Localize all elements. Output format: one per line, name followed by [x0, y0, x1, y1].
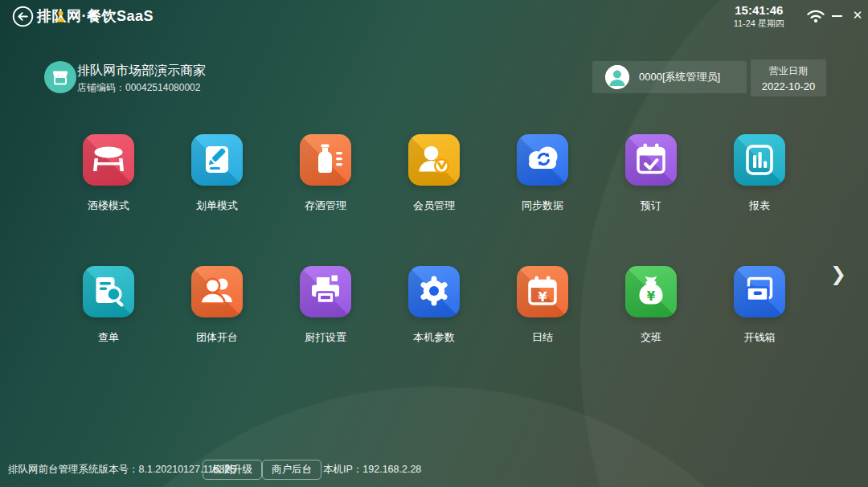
tile-label: 预订 — [641, 198, 661, 213]
business-date-badge: 营业日期 2022-10-20 — [751, 59, 826, 96]
tile-label: 交班 — [641, 330, 661, 345]
app-grid-row-2: 查单团体开台厨打设置本机参数¥日结¥交班开钱箱 — [56, 266, 812, 345]
tile-kitchen-print-settings[interactable]: 厨打设置 — [273, 266, 378, 345]
store-code: 店铺编码：00042514080002 — [77, 81, 200, 95]
operator-badge[interactable]: 0000[系统管理员] — [592, 61, 747, 93]
tile-group-open-table[interactable]: 团体开台 — [165, 266, 269, 345]
user-icon — [605, 65, 629, 89]
group-icon — [191, 266, 243, 317]
app-grid-row-1: 酒楼模式划单模式存酒管理会员管理同步数据预订报表 — [56, 134, 812, 213]
clock-date: 11-24 星期四 — [734, 18, 784, 29]
merchant-backend-button[interactable]: 商户后台 — [262, 460, 321, 480]
tile-member-management[interactable]: 会员管理 — [382, 134, 486, 213]
back-arrow-icon — [12, 6, 34, 27]
store-code-label: 店铺编码： — [77, 82, 125, 93]
bar-chart-icon — [734, 134, 785, 186]
operator-name: 0000[系统管理员] — [639, 70, 720, 84]
table-icon — [83, 134, 134, 186]
wifi-icon — [806, 8, 825, 24]
svg-text:¥: ¥ — [538, 289, 547, 305]
tile-order-mode[interactable]: 划单模式 — [165, 134, 269, 213]
titlebar: 排队网·餐饮SaaS 15:41:46 11-24 星期四 ✕ — [0, 0, 868, 32]
tile-reservation[interactable]: 预订 — [599, 134, 703, 213]
close-button[interactable]: ✕ — [850, 7, 865, 23]
tile-open-cash-drawer[interactable]: 开钱箱 — [707, 266, 812, 345]
tile-label: 会员管理 — [413, 198, 455, 213]
search-doc-icon — [83, 266, 134, 317]
gear-icon — [408, 266, 460, 317]
storefront-icon — [44, 61, 76, 93]
business-date-label: 营业日期 — [769, 64, 808, 78]
back-button[interactable] — [12, 6, 34, 27]
calendar-check-icon — [625, 134, 677, 186]
tile-label: 日结 — [532, 330, 553, 345]
check-upgrade-button[interactable]: 检测升级 — [203, 460, 262, 480]
clock-time: 15:41:46 — [735, 2, 783, 18]
merchant-name: 排队网市场部演示商家 — [77, 63, 206, 80]
cloud-sync-icon — [517, 134, 568, 186]
svg-text:¥: ¥ — [647, 289, 656, 304]
tile-label: 开钱箱 — [744, 330, 776, 345]
store-code-value: 00042514080002 — [125, 82, 200, 93]
tile-label: 存酒管理 — [305, 198, 346, 213]
merchant-avatar — [44, 61, 76, 93]
wine-bottle-icon — [300, 134, 351, 186]
next-page-arrow[interactable]: ❯ — [830, 263, 846, 285]
tile-label: 厨打设置 — [305, 330, 346, 345]
tile-shift-change[interactable]: ¥交班 — [599, 266, 703, 345]
minimize-icon — [832, 15, 842, 17]
tile-label: 报表 — [749, 198, 770, 213]
tile-label: 查单 — [98, 330, 119, 345]
tile-daily-settlement[interactable]: ¥日结 — [490, 266, 595, 345]
tile-label: 团体开台 — [196, 330, 238, 345]
tile-label: 划单模式 — [196, 198, 238, 213]
clock: 15:41:46 11-24 星期四 — [734, 2, 784, 29]
local-ip-label: 本机IP： — [323, 464, 362, 475]
minimize-button[interactable] — [832, 9, 845, 22]
printer-icon — [300, 266, 351, 317]
local-ip-value: 192.168.2.28 — [362, 464, 421, 475]
tile-wine-storage[interactable]: 存酒管理 — [273, 134, 378, 213]
app-logo: 排队网·餐饮SaaS — [37, 0, 154, 32]
footer: 排队网前台管理系统版本号：8.1.20210127.115325 检测升级 商户… — [0, 455, 868, 487]
member-check-icon — [408, 134, 460, 186]
tile-label: 本机参数 — [413, 330, 455, 345]
cash-drawer-icon — [734, 266, 785, 317]
close-icon: ✕ — [853, 8, 863, 22]
pos-home-screen: 排队网·餐饮SaaS 15:41:46 11-24 星期四 ✕ 排队网市场部演示… — [0, 0, 868, 487]
version-text: 排队网前台管理系统版本号：8.1.20210127.115325 — [8, 463, 235, 477]
tile-reports[interactable]: 报表 — [707, 134, 812, 213]
tile-label: 同步数据 — [522, 198, 563, 213]
version-label: 排队网前台管理系统版本号： — [8, 464, 139, 475]
note-pencil-icon — [191, 134, 243, 186]
local-ip-text: 本机IP：192.168.2.28 — [323, 463, 421, 477]
tile-local-params[interactable]: 本机参数 — [382, 266, 486, 345]
business-date-value: 2022-10-20 — [762, 80, 816, 92]
calendar-yen-icon: ¥ — [517, 266, 568, 317]
money-bag-icon: ¥ — [625, 266, 677, 317]
logo-person-icon — [56, 10, 65, 23]
tile-check-order[interactable]: 查单 — [56, 266, 161, 345]
tile-label: 酒楼模式 — [88, 198, 129, 213]
tile-restaurant-mode[interactable]: 酒楼模式 — [56, 134, 161, 213]
tile-sync-data[interactable]: 同步数据 — [490, 134, 595, 213]
operator-avatar — [605, 65, 629, 89]
